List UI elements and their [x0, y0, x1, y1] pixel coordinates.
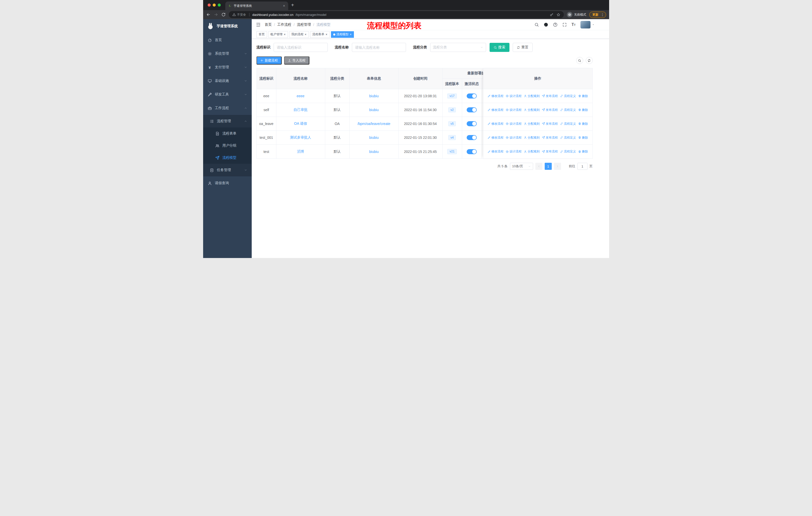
tag-close-icon[interactable]: × [284, 33, 286, 36]
edit-model-link[interactable]: 修改流程 [488, 136, 503, 140]
model-name-link[interactable]: 滔博 [297, 150, 304, 154]
breadcrumb-item[interactable]: 流程管理 [297, 22, 311, 27]
refresh-table-button[interactable] [586, 57, 593, 64]
model-definition-link[interactable]: 流程定义 [560, 122, 576, 126]
tag-close-icon[interactable]: × [305, 33, 307, 36]
design-model-link[interactable]: 设计流程 [506, 122, 522, 126]
delete-model-link[interactable]: 删除 [578, 108, 588, 112]
assign-rule-link[interactable]: 分配规则 [524, 94, 540, 98]
assign-rule-link[interactable]: 分配规则 [524, 136, 540, 140]
prev-page-button[interactable] [535, 163, 543, 170]
tab-close-icon[interactable]: × [283, 4, 285, 8]
forward-icon[interactable] [214, 12, 218, 17]
window-minimize-button[interactable] [213, 3, 216, 6]
form-info-link[interactable]: biubiu [369, 150, 379, 154]
tag-process-form[interactable]: 流程表单 × [310, 31, 330, 38]
goto-page-input[interactable] [577, 163, 587, 170]
next-page-button[interactable] [554, 163, 561, 170]
version-badge[interactable]: v17 [447, 93, 457, 99]
github-icon[interactable] [544, 22, 548, 27]
breadcrumb-item[interactable]: 工作流程 [277, 22, 291, 27]
delete-model-link[interactable]: 删除 [578, 94, 588, 98]
design-model-link[interactable]: 设计流程 [506, 150, 522, 154]
assign-rule-link[interactable]: 分配规则 [524, 108, 540, 112]
model-active-toggle[interactable] [467, 149, 477, 154]
delete-model-link[interactable]: 删除 [578, 122, 588, 126]
sidebar-item-workflow[interactable]: 工作流程 [203, 101, 252, 115]
deploy-model-link[interactable]: 发布流程 [542, 122, 558, 126]
browser-update-chip[interactable]: 更新 ⋮ [589, 11, 606, 18]
model-active-toggle[interactable] [467, 135, 477, 140]
model-definition-link[interactable]: 流程定义 [560, 94, 576, 98]
deploy-model-link[interactable]: 发布流程 [542, 94, 558, 98]
delete-model-link[interactable]: 删除 [578, 150, 588, 154]
window-zoom-button[interactable] [218, 3, 221, 6]
model-active-toggle[interactable] [467, 93, 477, 99]
import-model-button[interactable]: 导入流程 [284, 56, 309, 64]
version-badge[interactable]: v5 [448, 121, 456, 126]
sidebar-item-devtools[interactable]: 研发工具 [203, 88, 252, 101]
search-icon[interactable] [534, 22, 539, 27]
security-indicator[interactable]: 不安全 [232, 12, 246, 17]
model-name-link[interactable]: 自己审批 [293, 108, 308, 112]
sidebar-item-user-group[interactable]: 用户分组 [203, 140, 252, 152]
version-badge[interactable]: v4 [448, 135, 456, 140]
tag-close-icon[interactable]: × [326, 33, 327, 36]
form-info-link[interactable]: biubiu [369, 94, 379, 98]
fullscreen-icon[interactable] [562, 22, 567, 27]
page-size-select[interactable]: 10条/页 [510, 163, 533, 170]
deploy-model-link[interactable]: 发布流程 [542, 150, 558, 154]
model-definition-link[interactable]: 流程定义 [560, 150, 576, 154]
reload-icon[interactable] [221, 12, 226, 17]
search-button[interactable]: 搜索 [490, 43, 510, 52]
sidebar-item-leave-query[interactable]: 请假查询 [203, 176, 252, 190]
model-name-link[interactable]: eeee [296, 94, 304, 98]
model-active-toggle[interactable] [467, 107, 477, 112]
password-key-icon[interactable] [550, 13, 553, 17]
form-info-link[interactable]: /bpm/oa/leave/create [357, 122, 390, 126]
category-select[interactable]: 流程分类 [430, 43, 486, 52]
deploy-model-link[interactable]: 发布流程 [542, 108, 558, 112]
form-info-link[interactable]: biubiu [369, 108, 379, 112]
tag-close-icon[interactable]: × [350, 33, 352, 36]
delete-model-link[interactable]: 删除 [578, 136, 588, 140]
user-menu[interactable] [580, 21, 594, 28]
assign-rule-link[interactable]: 分配规则 [524, 122, 540, 126]
tag-home[interactable]: 首页 [257, 31, 267, 38]
model-id-filter-input[interactable] [273, 43, 328, 52]
browser-tab[interactable]: 芋道管理系统 × [225, 1, 288, 10]
assign-rule-link[interactable]: 分配规则 [524, 150, 540, 154]
bookmark-star-icon[interactable] [556, 13, 560, 17]
sidebar-item-system[interactable]: 系统管理 [203, 47, 252, 60]
model-definition-link[interactable]: 流程定义 [560, 136, 576, 140]
create-model-button[interactable]: 新建流程 [257, 56, 282, 64]
version-badge[interactable]: v21 [447, 149, 457, 154]
tag-my-process[interactable]: 我的流程 × [289, 31, 309, 38]
model-name-filter-input[interactable] [352, 43, 406, 52]
back-icon[interactable] [206, 12, 211, 17]
sidebar-item-process-mgmt[interactable]: 流程管理 [203, 115, 252, 128]
tag-process-model[interactable]: 流程模型 × [331, 31, 354, 38]
edit-model-link[interactable]: 修改流程 [488, 150, 503, 154]
reset-button[interactable]: 重置 [513, 43, 532, 52]
collapse-sidebar-icon[interactable] [256, 22, 261, 27]
sidebar-item-task-mgmt[interactable]: 任务管理 [203, 164, 252, 176]
design-model-link[interactable]: 设计流程 [506, 136, 522, 140]
address-bar[interactable]: 不安全 dashboard.yudao.iocoder.cn/bpm/manag… [229, 11, 564, 18]
browser-menu-icon[interactable]: ⋮ [601, 13, 604, 17]
deploy-model-link[interactable]: 发布流程 [542, 136, 558, 140]
edit-model-link[interactable]: 修改流程 [488, 94, 503, 98]
design-model-link[interactable]: 设计流程 [506, 94, 522, 98]
avatar[interactable] [580, 21, 590, 28]
sidebar-item-infra[interactable]: 基础设施 [203, 74, 252, 88]
sidebar-item-home[interactable]: 首页 [203, 33, 252, 47]
sidebar-item-process-form[interactable]: 流程表单 [203, 128, 252, 140]
model-active-toggle[interactable] [467, 121, 477, 126]
toggle-search-button[interactable] [576, 57, 583, 64]
version-badge[interactable]: v2 [448, 107, 456, 112]
form-info-link[interactable]: biubiu [369, 136, 379, 140]
font-size-icon[interactable]: TT [572, 23, 576, 27]
tag-tenant-mgmt[interactable]: 租户管理 × [268, 31, 288, 38]
model-definition-link[interactable]: 流程定义 [560, 108, 576, 112]
new-tab-button[interactable]: + [291, 2, 294, 7]
